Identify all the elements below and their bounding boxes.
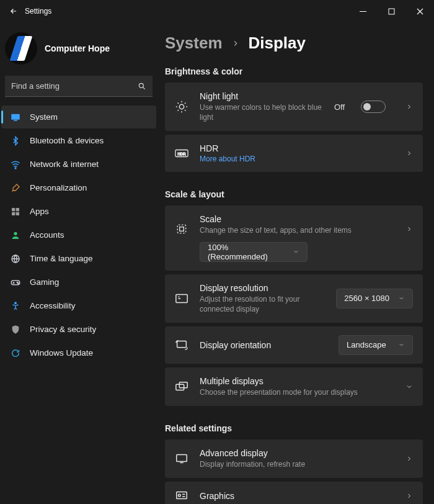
wifi-icon bbox=[10, 159, 21, 170]
titlebar: Settings bbox=[0, 0, 434, 22]
toggle-state-label: Off bbox=[334, 102, 345, 112]
setting-advanced-display[interactable]: Advanced display Display information, re… bbox=[165, 439, 423, 478]
sidebar-item-network[interactable]: Network & internet bbox=[1, 153, 156, 176]
maximize-button[interactable] bbox=[377, 0, 405, 22]
chevron-right-icon[interactable] bbox=[405, 103, 413, 110]
accessibility-icon bbox=[10, 300, 21, 312]
setting-desc: Use warmer colors to help block blue lig… bbox=[200, 102, 323, 122]
svg-point-2 bbox=[139, 83, 143, 88]
avatar bbox=[5, 32, 37, 65]
chevron-down-icon bbox=[398, 295, 405, 302]
setting-orientation[interactable]: Display orientation Landscape bbox=[165, 326, 423, 364]
setting-night-light[interactable]: Night light Use warmer colors to help bl… bbox=[165, 83, 423, 131]
hdr-more-link[interactable]: More about HDR bbox=[200, 155, 255, 163]
search-input[interactable] bbox=[11, 81, 138, 91]
minimize-icon bbox=[360, 8, 366, 15]
sidebar-item-time-language[interactable]: Time & language bbox=[1, 247, 156, 270]
svg-rect-9 bbox=[16, 212, 19, 215]
setting-title: Multiple displays bbox=[200, 376, 394, 386]
setting-title: Advanced display bbox=[200, 448, 394, 458]
resolution-dropdown[interactable]: 2560 × 1080 bbox=[336, 289, 413, 308]
hdr-icon: HDR bbox=[175, 148, 188, 159]
night-light-toggle[interactable] bbox=[361, 101, 386, 113]
scale-dropdown[interactable]: 100% (Recommended) bbox=[200, 242, 308, 262]
setting-multiple-displays[interactable]: Multiple displays Choose the presentatio… bbox=[165, 367, 423, 406]
sidebar-item-accessibility[interactable]: Accessibility bbox=[1, 294, 156, 317]
content: System Display Brightness & color Night … bbox=[160, 22, 434, 504]
dropdown-value: 2560 × 1080 bbox=[344, 294, 389, 303]
sidebar-item-gaming[interactable]: Gaming bbox=[1, 271, 156, 294]
orientation-dropdown[interactable]: Landscape bbox=[339, 335, 413, 355]
sidebar-item-windows-update[interactable]: Windows Update bbox=[1, 341, 156, 364]
svg-rect-4 bbox=[14, 120, 17, 121]
orientation-icon bbox=[175, 339, 188, 351]
svg-rect-7 bbox=[16, 208, 19, 211]
sidebar: Computer Hope System Bluetooth & devices… bbox=[0, 22, 160, 504]
setting-resolution[interactable]: Display resolution Adjust the resolution… bbox=[165, 274, 423, 323]
sidebar-item-label: System bbox=[30, 112, 58, 122]
setting-title: HDR bbox=[200, 143, 394, 153]
multiple-displays-icon bbox=[175, 380, 188, 393]
breadcrumb-parent[interactable]: System bbox=[165, 34, 223, 53]
setting-desc: Choose the presentation mode for your di… bbox=[200, 387, 394, 397]
sidebar-item-label: Accounts bbox=[30, 230, 64, 240]
sidebar-item-privacy[interactable]: Privacy & security bbox=[1, 318, 156, 341]
scale-icon bbox=[175, 223, 188, 235]
monitor-icon bbox=[10, 112, 21, 123]
svg-rect-20 bbox=[180, 227, 184, 232]
chevron-right-icon bbox=[231, 39, 240, 48]
globe-icon bbox=[10, 253, 21, 264]
sidebar-item-personalization[interactable]: Personalization bbox=[1, 176, 156, 199]
setting-graphics[interactable]: Graphics bbox=[165, 482, 423, 504]
chevron-down-icon bbox=[293, 248, 299, 255]
sidebar-item-system[interactable]: System bbox=[1, 106, 156, 128]
shield-icon bbox=[10, 324, 21, 335]
minimize-button[interactable] bbox=[348, 0, 377, 22]
setting-title: Graphics bbox=[200, 491, 394, 501]
close-button[interactable] bbox=[405, 0, 434, 22]
person-icon bbox=[10, 230, 21, 241]
chevron-right-icon[interactable] bbox=[405, 492, 413, 500]
setting-desc: Change the size of text, apps, and other… bbox=[200, 225, 394, 235]
graphics-icon bbox=[175, 490, 188, 502]
profile[interactable]: Computer Hope bbox=[1, 29, 156, 76]
svg-point-10 bbox=[14, 232, 17, 235]
sidebar-item-label: Windows Update bbox=[30, 348, 93, 358]
chevron-right-icon[interactable] bbox=[405, 150, 413, 157]
sidebar-item-label: Apps bbox=[30, 207, 49, 216]
breadcrumb: System Display bbox=[165, 34, 423, 53]
resolution-icon bbox=[175, 292, 188, 305]
svg-rect-3 bbox=[11, 114, 20, 119]
gamepad-icon bbox=[10, 277, 21, 288]
sidebar-item-label: Accessibility bbox=[30, 301, 76, 310]
sun-icon bbox=[175, 100, 188, 114]
profile-name: Computer Hope bbox=[45, 43, 110, 53]
section-title-related: Related settings bbox=[165, 423, 423, 433]
sidebar-item-label: Personalization bbox=[30, 183, 87, 192]
apps-icon bbox=[10, 206, 21, 217]
chevron-right-icon[interactable] bbox=[405, 225, 413, 233]
sidebar-item-label: Network & internet bbox=[30, 160, 99, 169]
sidebar-item-accounts[interactable]: Accounts bbox=[1, 223, 156, 246]
setting-title: Display orientation bbox=[200, 340, 327, 350]
setting-hdr[interactable]: HDR HDR More about HDR bbox=[165, 135, 423, 172]
svg-rect-1 bbox=[389, 9, 394, 14]
chevron-down-icon[interactable] bbox=[405, 383, 413, 390]
setting-title: Night light bbox=[200, 91, 323, 101]
sidebar-item-label: Time & language bbox=[30, 254, 93, 263]
brush-icon bbox=[10, 182, 21, 194]
svg-text:HDR: HDR bbox=[178, 152, 187, 156]
dropdown-value: 100% (Recommended) bbox=[208, 243, 284, 261]
setting-scale[interactable]: Scale Change the size of text, apps, and… bbox=[165, 205, 423, 270]
chevron-right-icon[interactable] bbox=[405, 455, 413, 462]
search-box[interactable] bbox=[5, 76, 153, 97]
sidebar-item-apps[interactable]: Apps bbox=[1, 200, 156, 223]
sidebar-item-label: Bluetooth & devices bbox=[30, 136, 104, 145]
advanced-display-icon bbox=[175, 453, 188, 464]
dropdown-value: Landscape bbox=[347, 340, 386, 349]
back-button[interactable] bbox=[5, 2, 22, 20]
svg-rect-23 bbox=[176, 384, 184, 390]
sidebar-item-bluetooth[interactable]: Bluetooth & devices bbox=[1, 129, 156, 152]
bluetooth-icon bbox=[10, 135, 21, 146]
nav: System Bluetooth & devices Network & int… bbox=[1, 106, 156, 364]
